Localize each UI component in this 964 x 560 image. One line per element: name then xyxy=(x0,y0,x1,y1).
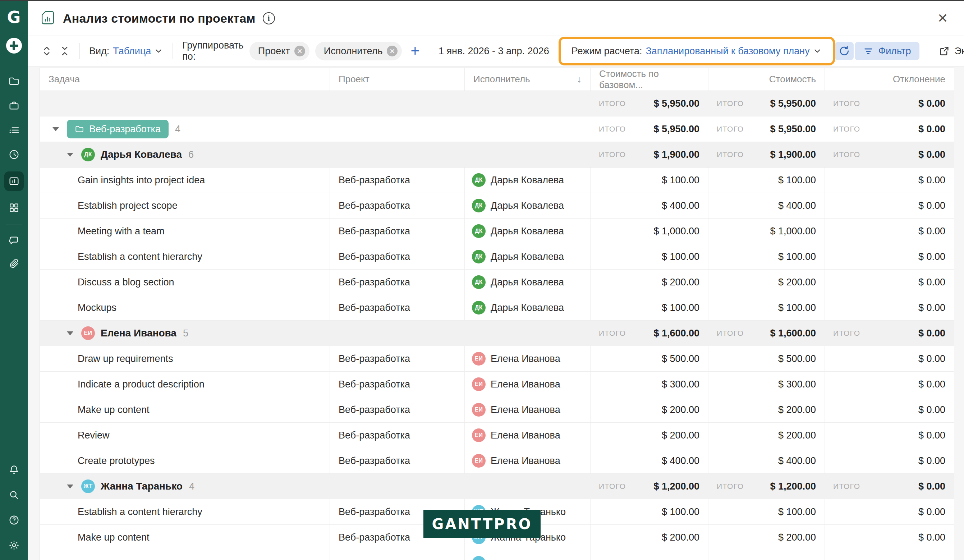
money-cell: $ 100.00 xyxy=(590,295,708,320)
search-icon[interactable] xyxy=(8,489,20,501)
column-header-deviation[interactable]: Отклонение xyxy=(824,68,954,91)
money-value: $ 100.00 xyxy=(662,175,699,186)
money-cell: $ 200.00 xyxy=(708,423,824,448)
expand-all-icon[interactable] xyxy=(41,45,52,57)
task-list-icon[interactable] xyxy=(8,124,20,136)
close-icon[interactable]: ✕ xyxy=(937,12,948,25)
table-row-task[interactable]: Make up contentВеб-разработкаЕИЕлена Ива… xyxy=(40,397,954,423)
info-icon[interactable]: i xyxy=(263,12,275,24)
time-log-clock-icon[interactable] xyxy=(8,148,20,161)
export-button[interactable]: Экспорт xyxy=(938,46,964,57)
table-row-task[interactable]: Create prototypesВеб-разработкаЕИЕлена И… xyxy=(40,448,954,474)
sort-descending-icon[interactable]: ↓ xyxy=(577,74,581,85)
collapse-caret-icon[interactable] xyxy=(67,485,73,488)
money-value: $ 0.00 xyxy=(918,430,945,441)
table-row-task[interactable]: Draw up requirementsВеб-разработкаЕИЕлен… xyxy=(40,346,954,372)
calc-mode-value[interactable]: Запланированный к базовому плану xyxy=(646,46,809,57)
column-header-assignee[interactable]: Исполнитель ↓ xyxy=(464,68,590,91)
money-cell: $ 400.00 xyxy=(590,193,708,218)
table-row-task[interactable]: Indicate a product descriptionВеб-разраб… xyxy=(40,372,954,397)
group-chip-assignee[interactable]: Исполнитель ✕ xyxy=(315,42,402,60)
project-group-chip[interactable]: Веб-разработка xyxy=(67,120,169,138)
comments-chat-icon[interactable] xyxy=(8,234,20,247)
task-name-cell[interactable]: Meeting with a team xyxy=(40,218,330,244)
group-chip-project[interactable]: Проект ✕ xyxy=(249,42,309,60)
refresh-button[interactable] xyxy=(835,42,854,60)
remove-chip-icon[interactable]: ✕ xyxy=(295,46,305,57)
task-name-cell[interactable]: Indicate a product description xyxy=(40,372,330,397)
collapse-caret-icon[interactable] xyxy=(67,153,73,157)
project-cell: Веб-разработка xyxy=(330,448,464,474)
attachments-paperclip-icon[interactable] xyxy=(8,257,20,270)
column-header-cost[interactable]: Стоимость xyxy=(708,68,824,91)
task-name-cell[interactable]: Create prototypes xyxy=(40,448,330,474)
task-name-cell[interactable]: Discuss a blog section xyxy=(40,270,330,295)
table-row-task[interactable]: ReviewВеб-разработкаЕИЕлена Иванова$ 200… xyxy=(40,423,954,448)
money-cell: ИТОГО$ 1,200.00 xyxy=(590,474,708,499)
sidebar-divider xyxy=(6,225,22,225)
table-row-task[interactable]: Gain insights into project ideaВеб-разра… xyxy=(40,168,954,193)
task-name-cell[interactable]: Establish a content hierarchy xyxy=(40,244,330,269)
date-range[interactable]: 1 янв. 2026 - 3 апр. 2026 xyxy=(438,46,549,57)
task-name-cell[interactable]: Gain insights into project idea xyxy=(40,168,330,193)
settings-gear-icon[interactable] xyxy=(8,539,20,551)
table-row-task[interactable]: Establish a content hierarchyВеб-разрабо… xyxy=(40,244,954,270)
column-header-task[interactable]: Задача xyxy=(40,68,330,91)
projects-folder-icon[interactable] xyxy=(8,75,20,87)
money-cell: ИТОГО$ 5,950.00 xyxy=(708,91,824,116)
notifications-bell-icon[interactable] xyxy=(8,464,20,476)
ganttpro-logo[interactable]: G xyxy=(7,7,21,28)
task-name-cell[interactable]: Draw up requirements xyxy=(40,346,330,371)
filter-button[interactable]: Фильтр xyxy=(855,42,920,60)
task-name-cell[interactable]: Establish a content hierarchy xyxy=(40,499,330,524)
remove-chip-icon[interactable]: ✕ xyxy=(387,46,397,57)
table-row-task[interactable]: Meeting with a teamВеб-разработкаДКДарья… xyxy=(40,218,954,244)
window-top-strip xyxy=(0,0,964,1)
task-name-cell[interactable]: Make up content xyxy=(40,525,330,550)
table-row-task[interactable]: MockupsВеб-разработкаДКДарья Ковалева$ 1… xyxy=(40,295,954,321)
project-cell: Веб-разработка xyxy=(330,244,464,269)
task-name-cell[interactable]: Mockups xyxy=(40,295,330,320)
task-name-cell[interactable] xyxy=(40,550,330,560)
chevron-down-icon[interactable] xyxy=(813,46,822,56)
money-cell: $ 200.00 xyxy=(708,525,824,550)
money-value: $ 200.00 xyxy=(662,532,699,543)
apps-grid-icon[interactable] xyxy=(8,202,20,214)
money-value: $ 0.00 xyxy=(918,506,945,518)
collapse-caret-icon[interactable] xyxy=(52,127,59,131)
table-row-assignee[interactable]: ДКДарья Ковалева6ИТОГО$ 1,900.00ИТОГО$ 1… xyxy=(40,142,954,168)
table-row-assignee[interactable]: ЕИЕлена Иванова5ИТОГО$ 1,600.00ИТОГО$ 1,… xyxy=(40,321,954,346)
collapse-all-icon[interactable] xyxy=(59,45,70,57)
table-row-partial[interactable] xyxy=(40,550,954,560)
portfolio-briefcase-icon[interactable] xyxy=(8,99,20,112)
money-cell: $ 400.00 xyxy=(708,448,824,474)
collapse-caret-icon[interactable] xyxy=(67,331,73,335)
create-new-button[interactable] xyxy=(6,38,22,54)
task-name-cell[interactable]: Establish project scope xyxy=(40,193,330,218)
column-header-project[interactable]: Проект xyxy=(330,68,464,91)
assignee-avatar: ДК xyxy=(472,301,485,314)
task-name-cell[interactable]: Make up content xyxy=(40,397,330,422)
add-group-button[interactable]: + xyxy=(410,44,420,59)
money-value: $ 100.00 xyxy=(778,506,816,518)
help-icon[interactable] xyxy=(8,514,20,526)
assignee-name: Дарья Ковалева xyxy=(491,226,564,237)
table-row-task[interactable]: Discuss a blog sectionВеб-разработкаДКДа… xyxy=(40,270,954,295)
table-row-task[interactable]: Establish project scopeВеб-разработкаДКД… xyxy=(40,193,954,218)
table-row-total[interactable]: ИТОГО$ 5,950.00ИТОГО$ 5,950.00ИТОГО$ 0.0… xyxy=(40,91,954,116)
table-row-project[interactable]: Веб-разработка4ИТОГО$ 5,950.00ИТОГО$ 5,9… xyxy=(40,116,954,142)
calc-mode-highlight[interactable]: Режим расчета: Запланированный к базовом… xyxy=(559,37,835,65)
table-row-assignee[interactable]: ЖТЖанна Таранько4ИТОГО$ 1,200.00ИТОГО$ 1… xyxy=(40,474,954,499)
column-header-baseline-cost[interactable]: Стоимость по базовом... xyxy=(590,68,708,91)
task-name-cell[interactable]: Review xyxy=(40,423,330,448)
money-cell: ИТОГО$ 1,900.00 xyxy=(590,142,708,167)
project-cell: Веб-разработка xyxy=(330,372,464,397)
project-cell: Веб-разработка xyxy=(330,295,464,320)
view-value[interactable]: Таблица xyxy=(113,46,151,57)
reports-active-item[interactable] xyxy=(4,171,24,191)
money-cell xyxy=(590,550,708,560)
money-cell: $ 200.00 xyxy=(590,270,708,295)
chevron-down-icon[interactable] xyxy=(154,46,163,56)
group-name-cell: Веб-разработка4 xyxy=(40,116,590,142)
title-bar: Анализ стоимости по проектам i ✕ xyxy=(28,1,964,36)
